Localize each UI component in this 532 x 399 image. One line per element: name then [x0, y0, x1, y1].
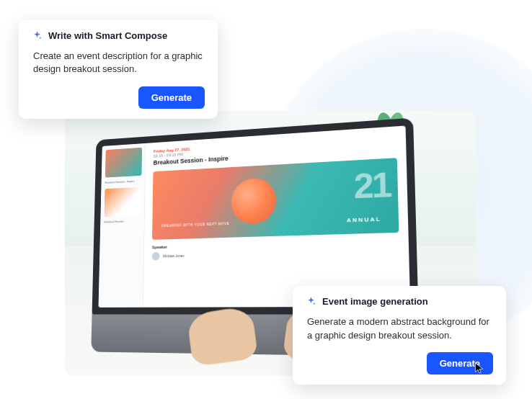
sidebar: Breakout Session - Inspire Breakout Sess…	[98, 143, 146, 308]
cursor-icon	[474, 362, 484, 375]
hero-tagline: DREAMING WITH YOUR NEXT MOVE	[161, 221, 230, 228]
sidebar-thumbnail-caption: Breakout Session	[104, 220, 140, 224]
speaker-name: Michael Jones	[163, 254, 184, 258]
event-detail-panel: Friday Aug 27, 2021 02:15 - 03:15 PM Bre…	[143, 125, 410, 307]
card-description: Generate a modern abstract background fo…	[306, 315, 493, 342]
smart-compose-card: Write with Smart Compose Create an event…	[19, 20, 218, 119]
speaker-avatar	[152, 252, 160, 261]
card-description: Create an event description for a graphi…	[32, 50, 205, 76]
card-title: Write with Smart Compose	[48, 30, 167, 41]
image-generation-card: Event image generation Generate a modern…	[293, 286, 506, 385]
laptop-screen: Breakout Session - Inspire Breakout Sess…	[92, 118, 419, 315]
sidebar-thumbnail-caption: Breakout Session - Inspire	[105, 179, 141, 184]
sidebar-thumbnail[interactable]	[105, 187, 142, 216]
card-title: Event image generation	[322, 296, 428, 307]
hero-year-number: 21	[353, 164, 390, 207]
sparkle-icon	[306, 296, 316, 307]
hero-annual-label: ANNUAL	[347, 216, 382, 224]
event-hero-image: DREAMING WITH YOUR NEXT MOVE 21 ANNUAL	[152, 158, 399, 240]
generate-button[interactable]: Generate	[138, 86, 205, 109]
sidebar-thumbnail[interactable]	[105, 148, 142, 178]
sparkle-icon	[32, 30, 43, 41]
